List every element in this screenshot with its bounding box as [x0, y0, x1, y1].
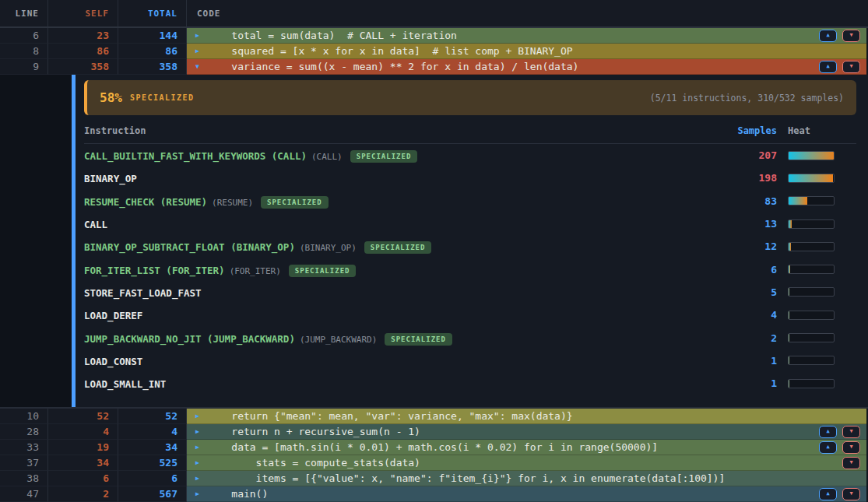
code-line[interactable]: ▶ total = sum(data) # CALL + iteration▲▼: [187, 28, 866, 44]
self-samples-cell: 6: [48, 471, 118, 486]
column-header-samples: Samples: [715, 125, 777, 136]
specialized-badge: SPECIALIZED: [261, 196, 329, 209]
heat-bar-fill: [789, 243, 791, 251]
code-cell: ▶ data = [math.sin(i * 0.01) + math.cos(…: [187, 440, 868, 455]
samples-count: 12: [715, 240, 777, 252]
table-row: 9358358▼ variance = sum((x - mean) ** 2 …: [0, 59, 868, 75]
code-line[interactable]: ▶ return n + recursive_sum(n - 1)▲▼: [187, 424, 866, 440]
table-header: LINE SELF TOTAL CODE: [0, 0, 868, 28]
jump-down-button[interactable]: ▼: [842, 30, 860, 42]
instruction-cell: LOAD_SMALL_INT: [84, 376, 715, 391]
instruction-row: JUMP_BACKWARD_NO_JIT (JUMP_BACKWARD)(JUM…: [84, 326, 856, 349]
heat-cell: [788, 151, 856, 160]
samples-count: 1: [715, 355, 777, 367]
instruction-row: LOAD_SMALL_INT1: [84, 372, 856, 395]
line-number-cell: 8: [0, 44, 48, 59]
instruction-table-header: Instruction Samples Heat: [84, 125, 856, 144]
instruction-base-name: (CALL): [311, 152, 343, 162]
heat-bar: [788, 333, 835, 342]
heat-bar-fill: [789, 265, 790, 273]
instruction-name: LOAD_CONST: [84, 356, 142, 367]
instruction-row: LOAD_CONST1: [84, 349, 856, 372]
expand-icon[interactable]: ▶: [195, 429, 199, 435]
code-line[interactable]: ▼ variance = sum((x - mean) ** 2 for x i…: [187, 59, 866, 75]
code-text: squared = [x * x for x in data] # list c…: [207, 44, 573, 59]
instruction-row: BINARY_OP_SUBTRACT_FLOAT (BINARY_OP)(BIN…: [84, 235, 856, 258]
jump-up-button[interactable]: ▲: [819, 488, 837, 500]
code-line[interactable]: ▶ stats = compute_stats(data)▼: [187, 455, 866, 471]
jump-down-button[interactable]: ▼: [842, 488, 860, 500]
code-cell: ▶ main()▲▼: [187, 486, 868, 502]
expand-icon[interactable]: ▶: [195, 33, 199, 39]
specialized-percent: 58%: [100, 90, 122, 105]
code-cell: ▶ total = sum(data) # CALL + iteration▲▼: [187, 28, 868, 44]
table-row: 3734525▶ stats = compute_stats(data)▼: [0, 455, 868, 471]
samples-count: 4: [715, 309, 777, 321]
instruction-row: RESUME_CHECK (RESUME)(RESUME)SPECIALIZED…: [84, 190, 856, 212]
table-row: 2844▶ return n + recursive_sum(n - 1)▲▼: [0, 424, 868, 440]
specialized-badge: SPECIALIZED: [289, 265, 357, 277]
table-row: 331934▶ data = [math.sin(i * 0.01) + mat…: [0, 440, 868, 455]
expand-icon[interactable]: ▶: [195, 491, 199, 497]
jump-up-button[interactable]: ▲: [819, 441, 837, 454]
collapse-icon[interactable]: ▼: [195, 64, 199, 70]
heat-cell: [788, 333, 856, 342]
expand-icon[interactable]: ▶: [195, 413, 199, 420]
expanded-detail-section: 58% SPECIALIZED (5/11 instructions, 310/…: [0, 75, 868, 407]
instruction-name: BINARY_OP: [84, 173, 137, 184]
total-samples-cell: 525: [118, 455, 187, 471]
row-nav-buttons: ▼: [842, 457, 860, 469]
jump-down-button[interactable]: ▼: [842, 61, 860, 73]
instruction-cell: STORE_FAST_LOAD_FAST: [84, 285, 715, 300]
code-cell: ▶ return n + recursive_sum(n - 1)▲▼: [187, 424, 868, 440]
table-row: 472567▶ main()▲▼: [0, 486, 868, 502]
jump-up-button[interactable]: ▲: [819, 426, 837, 438]
expanded-left-gutter: [0, 75, 72, 407]
instruction-name: FOR_ITER_LIST (FOR_ITER): [84, 265, 225, 276]
code-line[interactable]: ▶ main()▲▼: [187, 486, 866, 502]
code-cell: ▼ variance = sum((x - mean) ** 2 for x i…: [187, 59, 868, 75]
instruction-cell: CALL: [84, 216, 715, 231]
column-header-heat: Heat: [788, 125, 856, 136]
specialized-label: SPECIALIZED: [130, 93, 195, 102]
self-samples-cell: 52: [48, 409, 118, 424]
heat-cell: [788, 379, 856, 388]
samples-count: 1: [715, 377, 777, 389]
row-nav-buttons: ▲▼: [819, 488, 860, 500]
jump-up-button[interactable]: ▲: [819, 30, 837, 42]
self-samples-cell: 2: [48, 486, 118, 502]
row-nav-buttons: ▲▼: [819, 61, 860, 73]
heat-bar-fill: [789, 174, 833, 182]
total-samples-cell: 358: [118, 59, 187, 75]
heat-cell: [788, 219, 856, 229]
expand-icon[interactable]: ▶: [195, 476, 199, 482]
self-samples-cell: 358: [48, 59, 118, 75]
instruction-row: STORE_FAST_LOAD_FAST5: [84, 281, 856, 304]
jump-down-button[interactable]: ▼: [842, 441, 860, 454]
instruction-cell: FOR_ITER_LIST (FOR_ITER)(FOR_ITER)SPECIA…: [84, 262, 715, 277]
code-line[interactable]: ▶ items = [{"value": x, "name": f"item_{…: [187, 471, 866, 486]
heat-cell: [788, 196, 856, 205]
jump-up-button[interactable]: ▲: [819, 61, 837, 73]
expand-icon[interactable]: ▶: [195, 460, 199, 466]
code-line[interactable]: ▶ data = [math.sin(i * 0.01) + math.cos(…: [187, 440, 866, 455]
self-samples-cell: 86: [48, 44, 118, 59]
specialized-badge: SPECIALIZED: [385, 333, 452, 346]
expand-icon[interactable]: ▶: [195, 48, 199, 54]
jump-down-button[interactable]: ▼: [842, 457, 860, 469]
code-text: main(): [207, 486, 268, 502]
instruction-name: CALL_BUILTIN_FAST_WITH_KEYWORDS (CALL): [84, 150, 307, 162]
expand-icon[interactable]: ▶: [195, 444, 199, 451]
code-text: total = sum(data) # CALL + iteration: [207, 28, 457, 44]
line-number-cell: 37: [0, 455, 48, 471]
code-line[interactable]: ▶ return {"mean": mean, "var": variance,…: [187, 409, 866, 424]
jump-down-button[interactable]: ▼: [842, 426, 860, 438]
self-samples-cell: 34: [48, 455, 118, 471]
code-cell: ▶ items = [{"value": x, "name": f"item_{…: [187, 471, 868, 486]
code-text: return n + recursive_sum(n - 1): [207, 424, 420, 440]
code-text: return {"mean": mean, "var": variance, "…: [207, 409, 573, 424]
code-line[interactable]: ▶ squared = [x * x for x in data] # list…: [187, 44, 866, 59]
instruction-row: CALL_BUILTIN_FAST_WITH_KEYWORDS (CALL)(C…: [84, 144, 856, 167]
samples-count: 2: [715, 332, 777, 344]
code-cell: ▶ stats = compute_stats(data)▼: [187, 455, 868, 471]
